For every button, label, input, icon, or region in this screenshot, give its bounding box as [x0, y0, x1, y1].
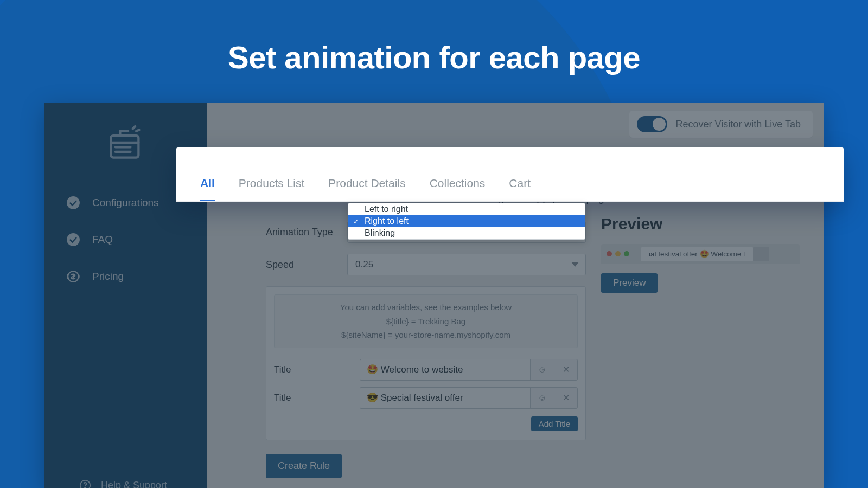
form-area: Animation Type Left to right ✓Right to l… — [266, 221, 586, 440]
title-input-1[interactable]: 🤩 Welcome to website — [360, 359, 530, 381]
page-tabs: All Products List Product Details Collec… — [176, 147, 844, 202]
emoji-button[interactable]: ☺ — [530, 359, 554, 381]
pricing-icon — [66, 269, 80, 284]
toggle-label: Recover Visitor with Live Tab — [676, 119, 801, 130]
smile-icon: ☺ — [538, 393, 546, 403]
variables-hint: You can add variables, see the examples … — [274, 294, 578, 348]
title-row: Title 🤩 Welcome to website ☺ ✕ — [266, 356, 585, 384]
check-circle-icon — [66, 233, 80, 247]
tab-product-details[interactable]: Product Details — [316, 177, 417, 202]
sidebar-footer-help[interactable]: Help & Support — [44, 479, 207, 488]
hero-title: Set animation for each page — [0, 39, 868, 75]
preview-heading: Preview — [601, 215, 818, 233]
window-dot-green — [624, 251, 629, 256]
chevron-down-icon — [571, 262, 579, 267]
dropdown-option-rtl[interactable]: ✓Right to left — [348, 215, 585, 227]
title-row: Title 😎 Special festival offer ☺ ✕ — [266, 384, 585, 412]
animation-type-select[interactable]: Left to right ✓Right to left Blinking — [347, 221, 586, 243]
title-input-2[interactable]: 😎 Special festival offer — [360, 387, 530, 409]
add-title-button[interactable]: Add Title — [531, 416, 578, 431]
svg-point-1 — [67, 196, 80, 209]
tab-products-list[interactable]: Products List — [227, 177, 316, 202]
speed-label: Speed — [266, 259, 347, 271]
smile-icon: ☺ — [538, 365, 546, 375]
emoji-button[interactable]: ☺ — [530, 387, 554, 409]
help-icon — [79, 479, 91, 488]
preview-tab-placeholder — [753, 247, 769, 261]
tab-cart[interactable]: Cart — [497, 177, 542, 202]
animation-type-dropdown: Left to right ✓Right to left Blinking — [348, 203, 585, 240]
create-rule-button[interactable]: Create Rule — [266, 454, 342, 478]
sidebar-item-faq[interactable]: FAQ — [44, 221, 207, 258]
title-row-label: Title — [274, 393, 360, 403]
svg-point-2 — [67, 233, 80, 246]
dropdown-option-ltr[interactable]: Left to right — [348, 203, 585, 215]
tab-all[interactable]: All — [188, 177, 227, 202]
check-circle-icon — [66, 196, 80, 210]
window-dot-yellow — [615, 251, 621, 256]
sidebar-footer-label: Help & Support — [101, 480, 167, 489]
titles-box: You can add variables, see the examples … — [266, 286, 586, 440]
close-icon: ✕ — [563, 364, 570, 375]
window-dot-red — [607, 251, 612, 256]
preview-column: Preview ial festival offer 🤩 Welcome t P… — [601, 215, 818, 293]
sidebar-item-label: FAQ — [92, 234, 113, 246]
sidebar-item-pricing[interactable]: Pricing — [44, 258, 207, 295]
tab-collections[interactable]: Collections — [418, 177, 497, 202]
sidebar-item-label: Configurations — [92, 197, 159, 209]
animation-type-label: Animation Type — [266, 227, 347, 238]
check-icon: ✓ — [353, 217, 359, 226]
preview-browser-bar: ial festival offer 🤩 Welcome t — [601, 244, 800, 264]
live-tab-toggle-container: Recover Visitor with Live Tab — [629, 111, 813, 138]
live-tab-toggle[interactable] — [637, 116, 667, 132]
close-icon: ✕ — [563, 393, 570, 403]
speed-value: 0.25 — [355, 259, 373, 270]
preview-tab: ial festival offer 🤩 Welcome t — [641, 247, 753, 261]
dropdown-option-blinking[interactable]: Blinking — [348, 227, 585, 239]
remove-title-button[interactable]: ✕ — [554, 359, 578, 381]
remove-title-button[interactable]: ✕ — [554, 387, 578, 409]
preview-button[interactable]: Preview — [601, 273, 658, 293]
title-row-label: Title — [274, 364, 360, 375]
sidebar-item-label: Pricing — [92, 271, 124, 282]
speed-select[interactable]: 0.25 — [347, 254, 586, 275]
